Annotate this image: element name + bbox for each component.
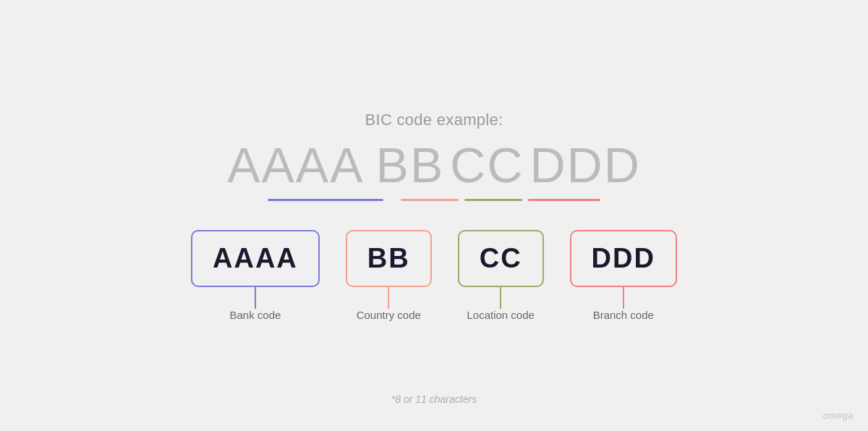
underline-country [401, 199, 459, 201]
label-branch: Branch code [593, 309, 654, 321]
connector-bank [255, 287, 256, 309]
code-text-branch: DDD [592, 243, 655, 274]
bic-part-country: BB [376, 137, 445, 193]
code-text-country: BB [367, 243, 410, 274]
bic-part-bank: AAAA [227, 137, 364, 193]
underline-bank [268, 199, 383, 201]
box-item-loc: CC Location code [458, 230, 544, 321]
code-text-bank: AAAA [213, 243, 298, 274]
label-bank: Bank code [229, 309, 281, 321]
label-country: Country code [357, 309, 421, 321]
bic-display: AAAA BB CC DDD [227, 137, 641, 193]
code-box-branch: DDD [570, 230, 677, 287]
connector-loc [500, 287, 501, 309]
code-text-loc: CC [480, 243, 522, 274]
connector-country [388, 287, 389, 309]
code-box-loc: CC [458, 230, 544, 287]
code-box-bank: AAAA [191, 230, 320, 287]
box-item-bank: AAAA Bank code [191, 230, 320, 321]
boxes-row: AAAA Bank code BB Country code CC Locati… [191, 230, 677, 321]
footnote: *8 or 11 characters [391, 393, 477, 405]
underline-branch [528, 199, 600, 201]
code-box-country: BB [346, 230, 432, 287]
underline-loc [464, 199, 522, 201]
page-title: BIC code example: [365, 111, 503, 129]
label-loc: Location code [467, 309, 534, 321]
connector-branch [623, 287, 624, 309]
omega-watermark: omega [823, 410, 854, 421]
box-item-country: BB Country code [346, 230, 432, 321]
box-item-branch: DDD Branch code [570, 230, 677, 321]
underline-row [268, 199, 600, 201]
bic-part-loc: CC [450, 137, 524, 193]
bic-part-branch: DDD [530, 137, 641, 193]
